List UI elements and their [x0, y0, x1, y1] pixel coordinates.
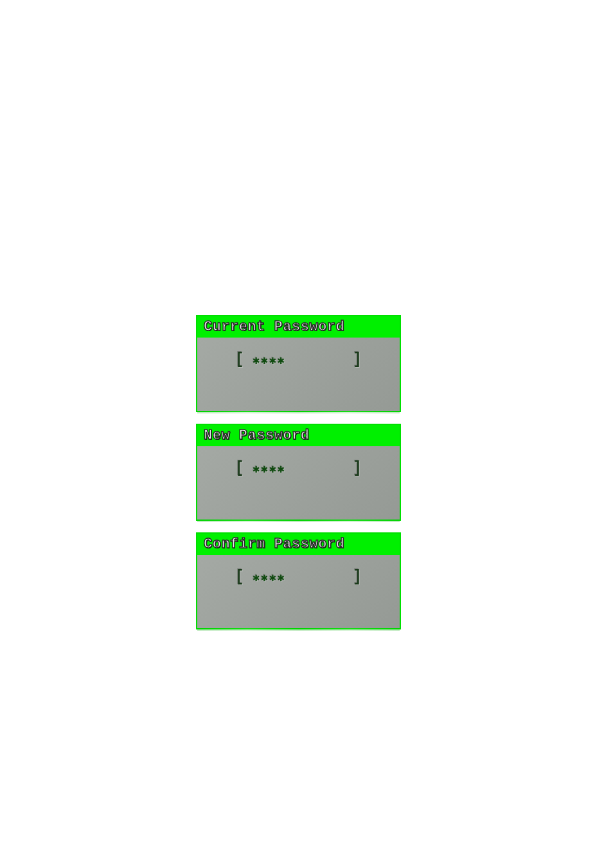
- current-password-label: Current Password: [197, 316, 400, 338]
- new-password-label: New Password: [197, 425, 400, 446]
- right-bracket-icon: ]: [353, 350, 362, 369]
- new-password-field[interactable]: [ ✱✱✱✱ ]: [235, 460, 361, 476]
- new-password-body: [ ✱✱✱✱ ]: [197, 446, 400, 520]
- new-password-value: ✱✱✱✱: [253, 462, 305, 476]
- left-bracket-icon: [: [235, 350, 244, 369]
- confirm-password-body: [ ✱✱✱✱ ]: [197, 555, 400, 628]
- current-password-field[interactable]: [ ✱✱✱✱ ]: [235, 352, 361, 368]
- new-password-panel: New Password [ ✱✱✱✱ ]: [196, 424, 401, 521]
- left-bracket-icon: [: [235, 568, 244, 586]
- right-bracket-icon: ]: [353, 568, 362, 586]
- confirm-password-field[interactable]: [ ✱✱✱✱ ]: [235, 569, 361, 585]
- current-password-panel: Current Password [ ✱✱✱✱ ]: [196, 315, 401, 412]
- confirm-password-label: Confirm Password: [197, 534, 400, 555]
- current-password-body: [ ✱✱✱✱ ]: [197, 338, 400, 411]
- current-password-value: ✱✱✱✱: [253, 353, 305, 367]
- left-bracket-icon: [: [235, 459, 244, 478]
- right-bracket-icon: ]: [353, 459, 362, 478]
- password-change-panels: Current Password [ ✱✱✱✱ ] New Password […: [196, 315, 398, 641]
- confirm-password-panel: Confirm Password [ ✱✱✱✱ ]: [196, 532, 401, 629]
- confirm-password-value: ✱✱✱✱: [253, 570, 305, 584]
